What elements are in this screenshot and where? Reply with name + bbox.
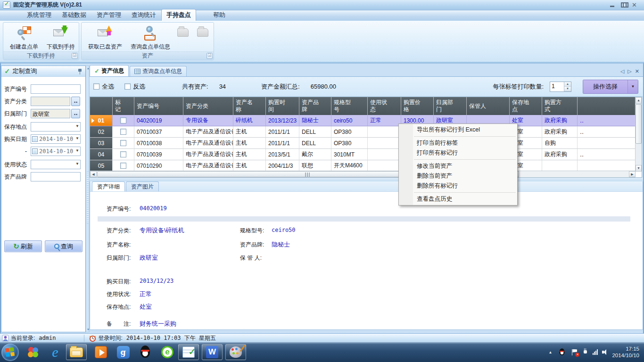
- network-icon[interactable]: [593, 349, 598, 355]
- taskbar-explorer-button[interactable]: [66, 344, 87, 360]
- asset-class-browse-button[interactable]: ‥: [71, 97, 80, 106]
- row-checkbox[interactable]: [120, 151, 126, 157]
- scroll-left-icon[interactable]: ◀: [90, 171, 97, 177]
- department-label: 归属部门: [4, 110, 31, 118]
- upload-icon: [97, 25, 113, 41]
- dialog-launcher-icon[interactable]: [206, 53, 213, 59]
- taskbar-media-player-icon[interactable]: [93, 344, 109, 360]
- restore-button[interactable]: [620, 2, 627, 8]
- refresh-button[interactable]: ↻ 刷新: [4, 240, 42, 252]
- menu-tab-query[interactable]: 查询统计: [126, 9, 161, 21]
- chevron-down-icon[interactable]: ▼: [627, 80, 638, 93]
- power-icon[interactable]: [582, 349, 588, 355]
- spinner-down-icon[interactable]: ▼: [564, 87, 571, 91]
- table-row[interactable]: 05 07010290 电子产品及通信设备 主机 2004/11/3 联想 开天…: [90, 160, 642, 172]
- invert-select-checkbox[interactable]: [124, 83, 131, 90]
- row-checkbox[interactable]: [120, 129, 126, 135]
- scroll-up-icon[interactable]: ▲: [636, 97, 642, 104]
- create-sheet-button[interactable]: 创建盘点单: [6, 25, 42, 53]
- fetch-counted-assets-button[interactable]: 获取已盘资产: [85, 25, 125, 53]
- table-horizontal-scrollbar[interactable]: ◀ ▶: [90, 171, 636, 177]
- w-app-icon: W: [206, 346, 218, 358]
- tab-scroll-right-icon[interactable]: ▷: [627, 68, 631, 74]
- action-select-button[interactable]: 操作选择 ▼: [583, 80, 638, 94]
- amount-total-value: 65980.00: [311, 83, 336, 90]
- taskbar-writer-button[interactable]: W: [202, 344, 223, 360]
- table-row[interactable]: 02 07010037 电子产品及通信设备 主机 2011/1/1 DELL O…: [90, 126, 642, 138]
- menu-item-delete-all-marked[interactable]: 删除所有标记行: [399, 181, 517, 191]
- taskbar-messenger-icon[interactable]: g: [115, 344, 131, 360]
- start-button[interactable]: [1, 344, 19, 361]
- menu-tab-asset[interactable]: 资产管理: [91, 9, 126, 21]
- taskbar-paint-button[interactable]: [225, 344, 246, 360]
- login-value: admin: [39, 335, 56, 341]
- dialog-launcher-icon[interactable]: [72, 53, 78, 59]
- taskbar-ie-icon[interactable]: e: [47, 344, 63, 360]
- tray-expand-icon[interactable]: ▲: [549, 350, 553, 354]
- taskbar-media-app-icon[interactable]: [25, 344, 41, 360]
- department-browse-button[interactable]: ‥: [71, 109, 80, 118]
- panel-splitter[interactable]: ▼ ▼: [90, 178, 643, 181]
- brand-input[interactable]: [31, 172, 81, 181]
- date-to-picker[interactable]: 2014-10-10 ▼: [31, 147, 81, 156]
- detail-class-label: 资产分类:: [107, 227, 131, 235]
- minimize-button[interactable]: [609, 2, 616, 8]
- action-center-icon[interactable]: [572, 349, 578, 355]
- asset-class-input[interactable]: [31, 97, 70, 106]
- taskbar-asset-app-button[interactable]: [178, 344, 199, 360]
- location-select[interactable]: ▼: [31, 122, 81, 132]
- query-sheet-info-button[interactable]: 查询盘点单信息: [127, 25, 174, 53]
- menu-tab-help[interactable]: 帮助: [202, 9, 237, 21]
- asset-class-label: 资产分类: [4, 98, 31, 106]
- chevron-down-icon: ▼: [75, 162, 79, 166]
- taskbar-qq-icon[interactable]: [137, 344, 153, 360]
- scroll-down-icon[interactable]: ▼: [636, 165, 642, 172]
- close-button[interactable]: ✕: [632, 2, 638, 8]
- tab-asset-detail[interactable]: 资产详细: [92, 181, 125, 191]
- taskbar-clock[interactable]: 17:15 2014/10/10: [612, 346, 639, 359]
- table-row-selected[interactable]: 01 04020019 专用设备 碎纸机 2013/12/23 隐秘士 ceir…: [90, 115, 642, 126]
- spinner-up-icon[interactable]: ▲: [564, 82, 571, 87]
- detail-brand-value: 隐秘士: [272, 240, 290, 249]
- menu-item-delete-asset[interactable]: 删除当前资产: [399, 171, 517, 181]
- tab-asset-image[interactable]: 资产图片: [126, 181, 159, 191]
- menu-tab-system[interactable]: 系统管理: [22, 9, 57, 21]
- query-button[interactable]: 查询: [45, 240, 83, 252]
- table-vertical-scrollbar[interactable]: ▲ ▼: [635, 97, 642, 172]
- menu-item-print-all-marked[interactable]: 打印所有标记行: [399, 148, 517, 158]
- menu-item-print-current-label[interactable]: 打印当前行标签: [399, 138, 517, 148]
- volume-icon[interactable]: [602, 349, 608, 355]
- scrollbar-thumb[interactable]: [636, 104, 642, 144]
- row-checkbox[interactable]: [120, 140, 126, 146]
- row-checkbox[interactable]: [120, 117, 126, 123]
- sidebar-scrollbar[interactable]: ▲ ▼: [86, 66, 90, 332]
- row-checkbox[interactable]: [120, 163, 126, 169]
- tab-close-icon[interactable]: ✕: [635, 68, 639, 74]
- menu-item-edit-asset[interactable]: 修改当前资产: [399, 161, 517, 171]
- scrollbar-thumb[interactable]: [87, 172, 89, 223]
- table-row[interactable]: 04 07010039 电子产品及通信设备 主机 2013/5/1 戴尔 301…: [90, 149, 642, 160]
- colorful-app-icon: [26, 346, 40, 359]
- menu-tab-handheld[interactable]: 手持盘点: [161, 9, 196, 21]
- date-from-picker[interactable]: 2014-10-10 ▼: [31, 134, 81, 144]
- pin-icon[interactable]: [77, 68, 83, 74]
- asset-code-input[interactable]: [31, 84, 81, 94]
- menu-item-export-excel[interactable]: 导出所有标记行到 Excel: [399, 125, 517, 135]
- tab-asset-info[interactable]: ✓ 资产信息: [90, 65, 129, 76]
- select-all-checkbox[interactable]: [93, 83, 99, 90]
- usage-status-select[interactable]: ▼: [31, 160, 81, 169]
- table-row[interactable]: 03 07010038 电子产品及通信设备 主机 2011/1/1 DELL O…: [90, 138, 642, 149]
- detail-date-label: 购买日期:: [107, 278, 131, 286]
- download-to-handheld-button[interactable]: 下载到手持: [44, 25, 78, 53]
- department-input[interactable]: 政研室: [31, 109, 70, 118]
- menu-tab-basedata[interactable]: 基础数据: [57, 9, 91, 21]
- menu-item-view-history[interactable]: 查看盘点历史: [399, 194, 517, 204]
- date-checkbox[interactable]: [32, 148, 38, 154]
- tray-qq-icon[interactable]: [559, 348, 565, 355]
- tab-scroll-left-icon[interactable]: ◁: [620, 68, 624, 74]
- taskbar-browser-icon[interactable]: e: [159, 344, 175, 360]
- tab-query-sheet-info[interactable]: 查询盘点单信息: [130, 66, 187, 76]
- scroll-right-icon[interactable]: ▶: [629, 171, 636, 177]
- date-checkbox[interactable]: [32, 136, 38, 142]
- copies-spinner[interactable]: 1 ▲ ▼: [550, 82, 571, 92]
